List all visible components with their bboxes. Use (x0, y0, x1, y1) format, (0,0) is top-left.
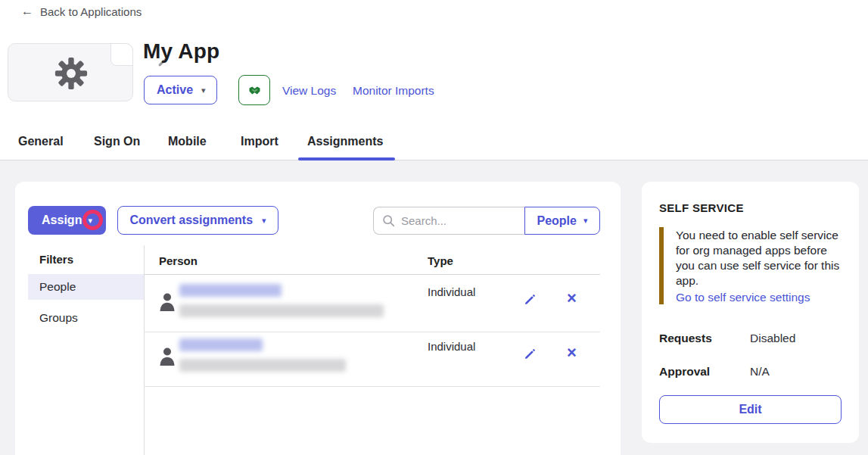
handshake-badge-button[interactable] (238, 75, 270, 105)
tab-general[interactable]: General (18, 135, 64, 148)
search-scope-label: People (537, 214, 577, 228)
monitor-imports-link[interactable]: Monitor Imports (353, 84, 434, 98)
search-input[interactable] (373, 207, 524, 235)
row-divider (144, 332, 600, 332)
approval-label: Approval (659, 365, 710, 379)
handshake-icon (247, 83, 263, 98)
remove-assignment-icon[interactable]: × (567, 290, 577, 307)
self-service-heading: SELF SERVICE (659, 201, 744, 214)
person-name-redacted[interactable] (179, 284, 282, 297)
edit-assignment-icon[interactable] (523, 292, 537, 307)
assign-button[interactable]: Assign ▾ (28, 206, 106, 235)
search-group: People ▾ (373, 207, 600, 235)
requests-value: Disabled (750, 332, 795, 345)
approval-value: N/A (750, 365, 770, 379)
self-service-settings-link[interactable]: Go to self service settings (676, 291, 810, 304)
filter-item-people[interactable]: People (28, 274, 144, 300)
column-header-person: Person (159, 254, 198, 267)
filters-heading: Filters (39, 253, 73, 266)
search-icon (382, 214, 395, 227)
self-service-notice: You need to enable self service for org … (676, 228, 841, 288)
chevron-down-icon: ▾ (201, 86, 206, 95)
gear-icon (54, 57, 88, 90)
tab-mobile[interactable]: Mobile (168, 135, 207, 148)
chevron-down-icon: ▾ (583, 216, 588, 226)
requests-label: Requests (659, 332, 712, 345)
tab-bar-divider (0, 160, 868, 160)
page-title: My App (143, 39, 219, 64)
back-link-label: Back to Applications (40, 5, 142, 18)
view-logs-link[interactable]: View Logs (282, 84, 336, 98)
assign-button-label: Assign (42, 213, 82, 227)
chevron-down-icon: ▾ (88, 216, 92, 226)
table-header-border (144, 274, 600, 275)
convert-assignments-button[interactable]: Convert assignments ▾ (117, 206, 278, 235)
app-status-dropdown[interactable]: Active ▾ (144, 76, 217, 104)
callout-accent-bar (659, 227, 664, 304)
tab-sign-on[interactable]: Sign On (94, 135, 140, 148)
back-to-applications-link[interactable]: ← Back to Applications (21, 5, 142, 18)
assignments-panel: Assign ▾ Convert assignments ▾ People ▾ … (15, 182, 621, 455)
active-tab-underline (298, 157, 395, 160)
person-email-redacted (179, 304, 384, 317)
assignment-type-cell: Individual (428, 285, 475, 298)
column-header-type: Type (428, 254, 453, 267)
app-logo-tile (8, 43, 133, 101)
person-icon (158, 292, 176, 312)
edit-self-service-button[interactable]: Edit (659, 395, 842, 424)
filter-item-groups[interactable]: Groups (28, 305, 144, 331)
person-icon (158, 347, 176, 366)
status-label: Active (157, 83, 193, 97)
back-arrow-icon: ← (21, 5, 33, 18)
tab-assignments[interactable]: Assignments (307, 135, 383, 148)
edit-logo-button[interactable] (110, 43, 133, 66)
tab-import[interactable]: Import (241, 135, 278, 148)
search-box (373, 207, 524, 235)
chevron-down-icon: ▾ (262, 216, 266, 226)
person-name-redacted[interactable] (179, 338, 263, 351)
remove-assignment-icon[interactable]: × (567, 344, 577, 361)
search-scope-dropdown[interactable]: People ▾ (524, 207, 600, 235)
assignment-type-cell: Individual (428, 340, 475, 353)
edit-assignment-icon[interactable] (523, 347, 537, 361)
self-service-panel: SELF SERVICE You need to enable self ser… (642, 182, 859, 443)
convert-assignments-label: Convert assignments (129, 213, 253, 227)
filters-divider (144, 245, 145, 455)
person-email-redacted (179, 359, 346, 372)
row-divider (144, 386, 600, 387)
